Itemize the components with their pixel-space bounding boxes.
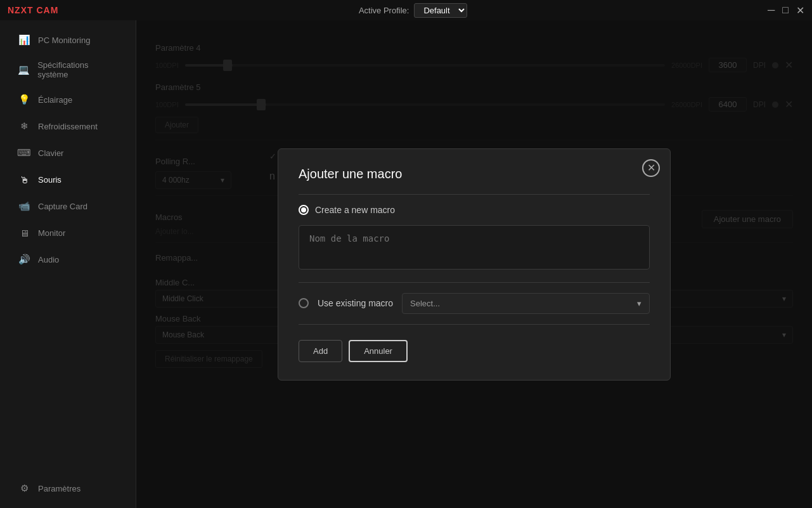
sidebar-label-capture: Capture Card	[38, 202, 87, 211]
sidebar-label-lighting: Éclairage	[38, 95, 72, 105]
sidebar-item-cooling[interactable]: ❄ Refroidissement	[5, 114, 131, 139]
use-existing-label: Use existing macro	[318, 298, 393, 308]
main-content: Paramètre 4 100DPI 26000DPI 3600 DPI ✕ P…	[136, 20, 812, 508]
select-placeholder: Select...	[410, 299, 440, 308]
active-profile-label: Active Profile:	[359, 6, 409, 15]
sidebar-item-pc-monitoring[interactable]: 📊 PC Monitoring	[5, 27, 131, 53]
existing-macro-dropdown[interactable]: Select... ▾	[402, 293, 650, 314]
sidebar-item-monitor[interactable]: 🖥 Monitor	[5, 220, 131, 245]
create-new-radio[interactable]	[299, 205, 309, 215]
keyboard-icon: ⌨	[18, 147, 30, 159]
close-button[interactable]: ✕	[796, 4, 804, 16]
modal-title: Ajouter une macro	[299, 167, 650, 181]
sidebar-item-audio[interactable]: 🔊 Audio	[5, 247, 131, 272]
app-logo: NZXT CAM	[8, 5, 58, 15]
modal-overlay: Ajouter une macro ✕ Create a new macro U…	[136, 20, 812, 508]
modal-close-button[interactable]: ✕	[642, 159, 660, 177]
capture-icon: 📹	[18, 200, 30, 212]
audio-icon: 🔊	[18, 253, 30, 266]
pc-monitoring-icon: 📊	[18, 34, 30, 46]
sidebar-item-keyboard[interactable]: ⌨ Clavier	[5, 140, 131, 166]
sidebar-label-mouse: Souris	[38, 175, 61, 185]
sidebar-item-lighting[interactable]: 💡 Éclairage	[5, 87, 131, 112]
active-profile-section: Active Profile: Default	[359, 3, 467, 18]
logo-cam: CAM	[34, 5, 59, 15]
sidebar: 📊 PC Monitoring 💻 Spécifications système…	[0, 20, 136, 508]
monitor-icon: 🖥	[18, 226, 30, 239]
maximize-button[interactable]: □	[782, 4, 789, 16]
sidebar-item-mouse[interactable]: 🖱 Souris	[5, 167, 131, 192]
logo-nzxt: NZXT	[8, 5, 34, 15]
window-controls: ─ □ ✕	[768, 4, 804, 16]
sidebar-label-audio: Audio	[38, 255, 59, 264]
create-new-label: Create a new macro	[315, 205, 395, 215]
select-chevron-icon: ▾	[637, 299, 641, 308]
add-button[interactable]: Add	[299, 340, 342, 362]
profile-dropdown[interactable]: Default	[414, 3, 467, 18]
sidebar-item-settings[interactable]: ⚙ Paramètres	[5, 476, 131, 501]
modal-close-icon: ✕	[647, 162, 655, 174]
sidebar-label-specs: Spécifications système	[37, 60, 118, 79]
sidebar-item-capture[interactable]: 📹 Capture Card	[5, 193, 131, 219]
mouse-icon: 🖱	[18, 173, 30, 186]
minimize-button[interactable]: ─	[768, 4, 775, 16]
sidebar-bottom: ⚙ Paramètres	[0, 475, 136, 508]
add-macro-modal: Ajouter une macro ✕ Create a new macro U…	[278, 148, 671, 381]
sidebar-label-keyboard: Clavier	[38, 148, 63, 158]
cancel-button[interactable]: Annuler	[349, 340, 408, 362]
lighting-icon: 💡	[18, 93, 30, 106]
use-existing-macro-row: Use existing macro Select... ▾	[299, 293, 650, 314]
sidebar-label-monitor: Monitor	[38, 228, 65, 238]
modal-actions: Add Annuler	[299, 340, 650, 362]
sidebar-label-settings: Paramètres	[38, 484, 81, 493]
macro-name-input[interactable]	[299, 225, 650, 270]
use-existing-radio[interactable]	[299, 298, 309, 308]
title-bar: NZXT CAM Active Profile: Default ─ □ ✕	[0, 0, 812, 20]
create-new-macro-option[interactable]: Create a new macro	[299, 205, 650, 215]
sidebar-label-pc-monitoring: PC Monitoring	[38, 36, 90, 45]
settings-icon: ⚙	[18, 482, 30, 495]
cooling-icon: ❄	[18, 120, 30, 133]
sidebar-item-specs[interactable]: 💻 Spécifications système	[5, 54, 131, 86]
specs-icon: 💻	[18, 63, 30, 76]
sidebar-label-cooling: Refroidissement	[38, 122, 98, 131]
